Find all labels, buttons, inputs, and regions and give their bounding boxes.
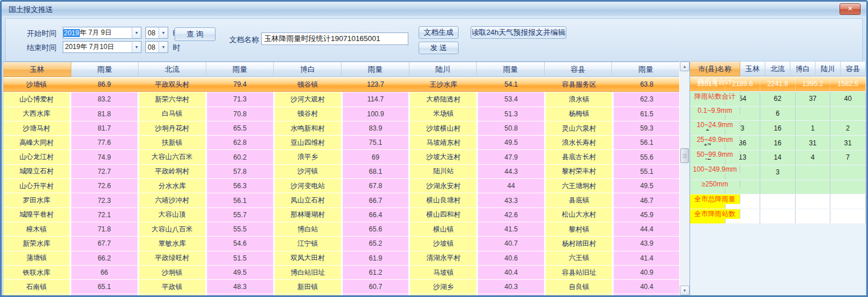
- station-name-cell[interactable]: 铁联水库: [3, 266, 70, 279]
- station-name-cell[interactable]: 沙坡大连村: [410, 150, 476, 164]
- rain-value-cell[interactable]: 40.9: [614, 266, 680, 279]
- station-name-cell[interactable]: 城隍立石村: [3, 165, 70, 178]
- rain-value-cell[interactable]: 65.1: [71, 280, 137, 294]
- station-name-cell[interactable]: 顿谷村: [275, 107, 341, 121]
- summary-column-header[interactable]: 容县: [841, 62, 866, 76]
- table-row[interactable]: 沙塘镇86.9平政双头村79.4顿谷镇123.7王沙水库54.1容县服务区63.…: [3, 78, 680, 92]
- rain-value-cell[interactable]: [614, 294, 680, 295]
- station-name-cell[interactable]: 亚山四维村: [275, 136, 341, 149]
- close-button[interactable]: ✕: [839, 3, 861, 15]
- scrollbar-thumb[interactable]: [680, 148, 689, 163]
- rain-value-cell[interactable]: 43.3: [478, 193, 544, 207]
- station-name-cell[interactable]: 六靖沙冲村: [139, 193, 205, 207]
- table-row[interactable]: 山心龙江村74.9大容山六百米60.2浪平乡69沙坡大连村47.9县底古长村55…: [3, 150, 680, 164]
- rain-value-cell[interactable]: 60.2: [207, 150, 273, 164]
- rain-value-cell[interactable]: 43.9: [614, 237, 680, 250]
- station-name-cell[interactable]: [546, 294, 612, 295]
- station-name-cell[interactable]: 罗田水库: [3, 193, 70, 207]
- rain-value-cell[interactable]: [71, 294, 137, 295]
- rain-value-cell[interactable]: 49.5: [478, 136, 544, 149]
- rain-value-cell[interactable]: 42.6: [478, 208, 544, 222]
- station-name-cell[interactable]: 横山镇: [410, 222, 476, 236]
- summary-row[interactable]: 全市总降雨量107...: [690, 194, 866, 209]
- station-name-cell[interactable]: 浪水长寿村: [546, 136, 612, 149]
- rain-value-cell[interactable]: 69: [343, 150, 409, 164]
- station-name-cell[interactable]: 黎村镇: [546, 222, 612, 236]
- station-name-cell[interactable]: 黎村荣丰村: [546, 165, 612, 178]
- station-name-cell[interactable]: 新荣六华村: [139, 92, 205, 106]
- rain-value-cell[interactable]: 66: [71, 266, 137, 279]
- rain-value-cell[interactable]: 41.5: [478, 222, 544, 236]
- table-row[interactable]: 新荣水库67.7覃敏水库54.6江宁镇65.2沙坡镇40.7杨村踏田村43.9: [3, 237, 680, 250]
- rain-value-cell[interactable]: 40.7: [478, 237, 544, 250]
- station-name-cell[interactable]: 杨村踏田村: [546, 237, 612, 250]
- station-name-cell[interactable]: 大西水库: [3, 107, 70, 121]
- start-hour-combobox[interactable]: 08 ▼: [145, 27, 168, 39]
- station-name-cell[interactable]: 平政双头村: [139, 78, 205, 91]
- rain-value-cell[interactable]: 72.3: [71, 193, 137, 207]
- station-name-cell[interactable]: 浪水镇: [546, 92, 612, 106]
- rain-value-cell[interactable]: 74.9: [71, 150, 137, 164]
- station-name-cell[interactable]: 自良镇: [546, 280, 612, 294]
- summary-row[interactable]: 降雨量合计3351.12189.62241.81395.21582.5: [690, 77, 866, 91]
- station-name-cell[interactable]: 沙河大观村: [275, 92, 341, 106]
- station-name-cell[interactable]: 新田镇: [275, 280, 341, 294]
- rain-value-cell[interactable]: 65.2: [343, 237, 409, 250]
- rain-value-cell[interactable]: 51.5: [207, 251, 273, 265]
- rain-value-cell[interactable]: 41.4: [614, 251, 680, 265]
- rain-value-cell[interactable]: 50.8: [478, 121, 544, 135]
- scroll-down-icon[interactable]: ▼: [680, 286, 689, 295]
- rain-value-cell[interactable]: 46.7: [614, 193, 680, 207]
- station-name-cell[interactable]: 沙坡镇: [410, 237, 476, 250]
- station-name-cell[interactable]: 杨梅镇: [546, 107, 612, 121]
- rain-value-cell[interactable]: 68.1: [343, 165, 409, 178]
- rain-value-cell[interactable]: 40.4: [478, 266, 544, 279]
- station-name-cell[interactable]: 六王镇: [546, 251, 612, 265]
- rain-value-cell[interactable]: 51.3: [478, 107, 544, 121]
- station-name-cell[interactable]: 大容山六百米: [139, 150, 205, 164]
- rain-value-cell[interactable]: 57.8: [207, 165, 273, 178]
- summary-row[interactable]: 全市降雨站数253: [690, 209, 866, 223]
- generate-doc-button[interactable]: 文档生成: [419, 26, 459, 39]
- table-row[interactable]: 蒲塘镇66.2平政绿旺村51.5双凤大田村61.9清湖永平村40.6六王镇41.…: [3, 251, 680, 265]
- summary-column-header[interactable]: 市(县)名称: [690, 62, 740, 76]
- station-name-cell[interactable]: 沙塘马村: [3, 121, 70, 135]
- rain-value-cell[interactable]: 83.9: [343, 121, 409, 135]
- rain-value-cell[interactable]: 72.6: [71, 179, 137, 193]
- rain-value-cell[interactable]: 40.4: [614, 280, 680, 294]
- station-name-cell[interactable]: 那林珊瑚村: [275, 208, 341, 222]
- rain-value-cell[interactable]: 61.5: [614, 107, 680, 121]
- station-name-cell[interactable]: [410, 294, 476, 295]
- rain-value-cell[interactable]: 67.7: [71, 237, 137, 250]
- rain-value-cell[interactable]: [207, 294, 273, 295]
- rain-value-cell[interactable]: 81.7: [71, 121, 137, 135]
- station-name-cell[interactable]: 山心升平村: [3, 179, 70, 193]
- rain-value-cell[interactable]: 62.8: [207, 136, 273, 149]
- table-row[interactable]: 石南镇65.1平政镇48.3新田镇60.7沙湖乡40.3自良镇40.4: [3, 280, 680, 294]
- rain-value-cell[interactable]: 66.2: [71, 251, 137, 265]
- station-name-cell[interactable]: 蒲塘镇: [3, 251, 70, 265]
- station-name-cell[interactable]: 横山四和村: [410, 208, 476, 222]
- scroll-up-icon[interactable]: ▲: [680, 62, 689, 71]
- station-name-cell[interactable]: 沙垌丹花村: [139, 121, 205, 135]
- station-name-cell[interactable]: 马坡镇: [410, 266, 476, 279]
- rain-value-cell[interactable]: 65.6: [343, 222, 409, 236]
- rain-value-cell[interactable]: 67.8: [343, 179, 409, 193]
- station-name-cell[interactable]: 博白站: [275, 222, 341, 236]
- column-header[interactable]: 容县: [545, 62, 613, 77]
- rain-value-cell[interactable]: 44: [478, 179, 544, 193]
- table-row[interactable]: 罗田水库72.3六靖沙冲村56.1凤山立石村66.7横山良塘村43.3县底镇46…: [3, 193, 680, 207]
- station-name-cell[interactable]: [139, 294, 205, 295]
- station-name-cell[interactable]: 大桥陆透村: [410, 92, 476, 106]
- station-name-cell[interactable]: 江宁镇: [275, 237, 341, 250]
- table-row[interactable]: 山心升平村72.6分水水库56.3沙河变电站67.8沙湖永安村44六王塘垌村49…: [3, 179, 680, 193]
- summary-row[interactable]: 降雨站数合计6054623740: [690, 92, 866, 106]
- station-name-cell[interactable]: 双凤大田村: [275, 251, 341, 265]
- rain-value-cell[interactable]: 72.1: [71, 208, 137, 222]
- station-name-cell[interactable]: 县底镇: [546, 193, 612, 207]
- end-date-combobox[interactable]: 2019年 7月10日 ▼: [63, 41, 141, 53]
- rain-value-cell[interactable]: 123.7: [343, 78, 409, 91]
- table-row[interactable]: [3, 294, 680, 295]
- rain-value-cell[interactable]: 55.1: [614, 165, 680, 178]
- start-date-combobox[interactable]: 2019年 7月 9日 ▼: [63, 27, 141, 39]
